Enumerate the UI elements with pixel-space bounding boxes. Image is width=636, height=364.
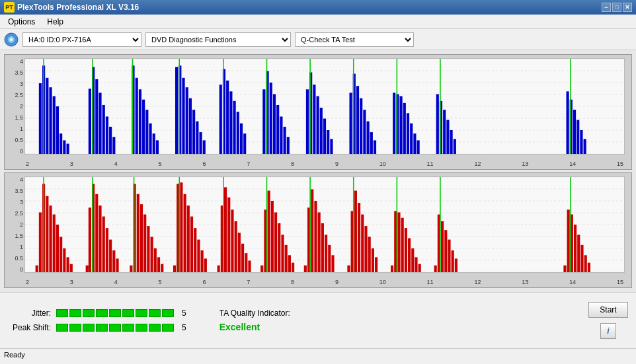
svg-rect-166: [238, 233, 241, 272]
svg-point-3: [11, 36, 12, 38]
red-chart-area: [24, 176, 625, 273]
peak-shift-bar-2: [69, 324, 81, 332]
svg-rect-55: [262, 89, 265, 154]
peak-shift-label: Peak Shift:: [8, 323, 51, 332]
test-dropdown[interactable]: Q-Check TA Test: [295, 32, 414, 47]
svg-rect-192: [358, 203, 360, 272]
svg-rect-51: [233, 101, 235, 154]
svg-point-2: [10, 38, 13, 41]
menu-help[interactable]: Help: [42, 16, 69, 28]
svg-rect-135: [102, 217, 105, 272]
svg-rect-28: [109, 127, 112, 154]
svg-rect-219: [580, 245, 583, 272]
svg-rect-75: [363, 110, 366, 154]
jitter-bar: [56, 309, 174, 317]
svg-rect-150: [173, 266, 176, 272]
svg-rect-126: [60, 237, 62, 272]
svg-rect-207: [434, 266, 437, 272]
svg-rect-92: [454, 139, 456, 154]
peak-shift-bar-7: [136, 324, 147, 332]
svg-rect-193: [361, 215, 364, 272]
svg-rect-31: [136, 78, 138, 154]
svg-rect-145: [147, 226, 149, 272]
start-button[interactable]: Start: [588, 302, 628, 318]
peak-shift-bar-3: [83, 324, 95, 332]
svg-rect-217: [574, 225, 576, 272]
svg-rect-83: [407, 113, 409, 154]
title-bar-left: PT PlexTools Professional XL V3.16: [4, 2, 139, 13]
svg-rect-15: [46, 78, 48, 154]
function-dropdown[interactable]: DVD Diagnostic Functions: [145, 32, 291, 47]
svg-rect-97: [580, 130, 582, 154]
jitter-bar-3: [83, 309, 95, 317]
svg-rect-74: [360, 98, 362, 154]
peak-shift-bar-8: [149, 324, 161, 332]
svg-rect-43: [192, 110, 195, 154]
svg-rect-206: [418, 264, 421, 272]
svg-rect-183: [314, 201, 317, 272]
red-chart-svg: [25, 177, 624, 272]
svg-rect-136: [106, 228, 108, 272]
svg-rect-22: [89, 89, 91, 154]
drive-selector: [4, 32, 19, 47]
svg-rect-205: [415, 257, 417, 272]
blue-chart-x-axis: 2 3 4 5 6 7 8 9 10 11 12 13 14 15: [24, 161, 625, 167]
blue-chart-svg: [25, 59, 624, 154]
svg-rect-127: [63, 248, 65, 272]
jitter-value: 5: [182, 309, 186, 318]
svg-rect-85: [413, 133, 416, 154]
svg-rect-172: [268, 191, 270, 272]
blue-chart-y-axis: 0 0.5 1 1.5 2 2.5 3 3.5 4: [5, 58, 24, 155]
minimize-button[interactable]: −: [602, 3, 611, 12]
svg-rect-213: [455, 258, 457, 272]
svg-rect-134: [99, 205, 101, 272]
svg-rect-187: [328, 245, 331, 272]
svg-rect-218: [577, 235, 580, 272]
red-chart-y-axis: 0 0.5 1 1.5 2 2.5 3 3.5 4: [5, 176, 24, 273]
jitter-label: Jitter:: [8, 309, 51, 318]
svg-rect-211: [448, 240, 450, 272]
peak-shift-value: 5: [182, 323, 186, 332]
svg-rect-34: [145, 110, 148, 154]
svg-rect-143: [140, 204, 143, 272]
svg-rect-19: [60, 133, 62, 154]
title-bar: PT PlexTools Professional XL V3.16 − □ ✕: [0, 0, 636, 15]
status-bar: Ready: [0, 348, 636, 360]
maximize-button[interactable]: □: [612, 3, 621, 12]
svg-rect-175: [278, 223, 280, 272]
svg-rect-42: [189, 98, 192, 154]
svg-rect-86: [417, 140, 420, 154]
ta-quality-value: Excellent: [219, 322, 290, 332]
svg-rect-57: [270, 83, 272, 154]
svg-rect-209: [441, 221, 444, 272]
svg-rect-122: [46, 196, 48, 272]
svg-rect-20: [63, 140, 65, 154]
toolbar: HA:0 ID:0 PX-716A DVD Diagnostic Functio…: [0, 29, 636, 50]
close-button[interactable]: ✕: [623, 3, 632, 12]
menu-options[interactable]: Options: [3, 16, 40, 28]
svg-rect-177: [285, 245, 288, 272]
svg-rect-120: [39, 212, 42, 272]
svg-rect-139: [116, 258, 118, 272]
svg-rect-52: [237, 112, 239, 154]
svg-rect-158: [201, 250, 204, 272]
svg-rect-36: [153, 133, 155, 154]
info-button[interactable]: i: [600, 323, 616, 339]
svg-rect-142: [137, 194, 139, 272]
svg-rect-60: [280, 116, 282, 154]
svg-rect-147: [154, 248, 157, 272]
drive-dropdown[interactable]: HA:0 ID:0 PX-716A: [22, 32, 141, 47]
svg-rect-32: [139, 89, 141, 154]
svg-rect-96: [576, 120, 579, 154]
svg-rect-191: [354, 191, 357, 272]
menu-bar: Options Help: [0, 15, 636, 29]
svg-rect-87: [436, 94, 439, 154]
svg-rect-162: [224, 187, 227, 272]
svg-rect-189: [347, 266, 350, 272]
svg-rect-204: [411, 248, 414, 272]
svg-rect-198: [391, 266, 393, 272]
svg-rect-25: [99, 92, 101, 154]
svg-rect-90: [446, 120, 449, 154]
svg-rect-21: [66, 144, 69, 154]
blue-chart-area: [24, 58, 625, 155]
